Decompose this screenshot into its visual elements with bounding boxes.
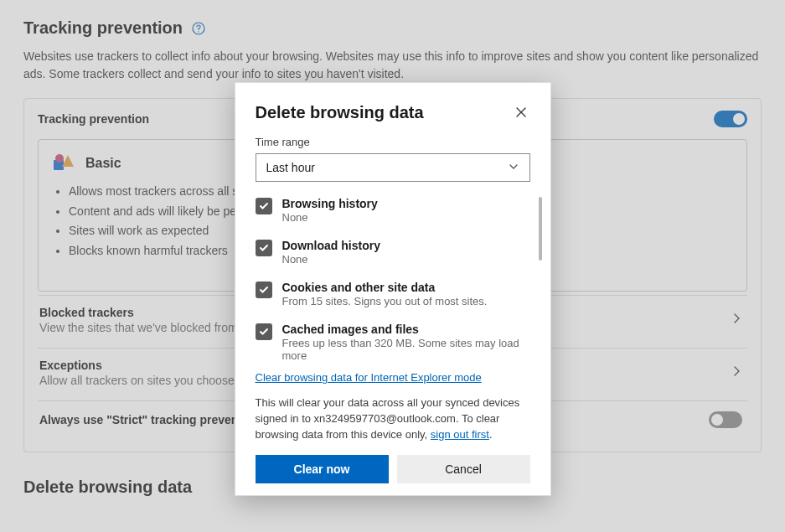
- time-range-label: Time range: [256, 136, 530, 148]
- check-label: Cookies and other site data: [282, 281, 488, 294]
- checkbox-checked-icon[interactable]: [256, 323, 272, 340]
- check-browsing-history[interactable]: Browsing history None: [256, 197, 530, 224]
- checkbox-checked-icon[interactable]: [256, 198, 272, 214]
- ie-mode-link[interactable]: Clear browsing data for Internet Explore…: [256, 371, 482, 384]
- check-sub: From 15 sites. Signs you out of most sit…: [282, 295, 488, 307]
- checkbox-checked-icon[interactable]: [256, 281, 272, 298]
- check-label: Download history: [282, 239, 380, 252]
- checkbox-checked-icon[interactable]: [256, 240, 272, 256]
- clear-now-button[interactable]: Clear now: [256, 455, 389, 483]
- time-range-select[interactable]: Last hour: [256, 153, 530, 182]
- check-cookies[interactable]: Cookies and other site data From 15 site…: [256, 281, 530, 307]
- close-button[interactable]: [512, 103, 530, 124]
- time-range-value: Last hour: [266, 161, 315, 174]
- check-sub: Frees up less than 320 MB. Some sites ma…: [282, 337, 530, 362]
- sign-out-link[interactable]: sign out first: [431, 428, 489, 441]
- chevron-down-icon: [508, 161, 519, 175]
- settings-page: Tracking prevention Websites use tracker…: [0, 0, 785, 532]
- check-sub: None: [282, 253, 380, 266]
- check-sub: None: [282, 211, 378, 224]
- check-label: Browsing history: [282, 197, 378, 210]
- check-download-history[interactable]: Download history None: [256, 239, 530, 266]
- check-label: Cached images and files: [282, 323, 530, 336]
- close-icon: [515, 106, 527, 118]
- scrollbar-thumb[interactable]: [539, 197, 542, 261]
- cancel-button[interactable]: Cancel: [397, 455, 530, 483]
- delete-browsing-data-dialog: Delete browsing data Time range Last hou…: [235, 82, 551, 496]
- dialog-title: Delete browsing data: [256, 103, 424, 122]
- data-type-list: Browsing history None Download history N…: [256, 197, 530, 362]
- sync-note: This will clear your data across all you…: [256, 395, 530, 443]
- check-cached[interactable]: Cached images and files Frees up less th…: [256, 323, 530, 362]
